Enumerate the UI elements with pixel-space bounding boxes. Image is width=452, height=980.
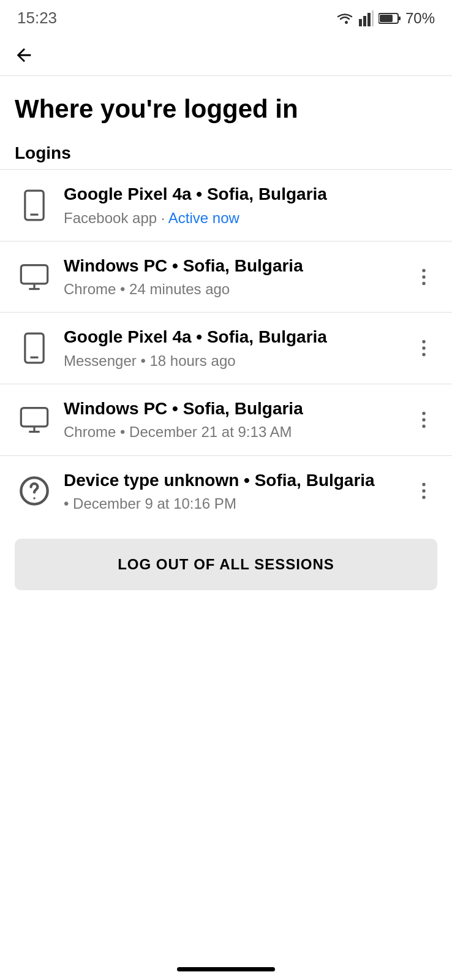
list-item: Windows PC • Sofia, Bulgaria Chrome • De… (0, 384, 452, 455)
login-app-time: Messenger • 18 hours ago (64, 351, 405, 370)
svg-point-28 (422, 483, 425, 486)
more-options-button[interactable] (410, 404, 437, 436)
svg-point-24 (422, 418, 425, 421)
svg-point-12 (422, 268, 425, 272)
unknown-device-icon (15, 475, 54, 507)
login-info: Device type unknown • Sofia, Bulgaria • … (64, 469, 405, 514)
login-app-time: Chrome • 24 minutes ago (64, 279, 405, 298)
back-button[interactable] (11, 42, 37, 68)
svg-point-30 (422, 496, 425, 499)
section-heading: Logins (0, 130, 452, 169)
more-options-button[interactable] (410, 475, 437, 507)
active-status: Active now (168, 210, 239, 226)
wifi-icon (336, 11, 354, 26)
svg-point-13 (422, 275, 425, 278)
svg-point-29 (422, 490, 425, 493)
login-list: Google Pixel 4a • Sofia, Bulgaria Facebo… (0, 169, 452, 526)
desktop-icon (15, 404, 54, 436)
more-vertical-icon (413, 266, 435, 288)
battery-level: 70% (405, 10, 435, 27)
device-phone-icon (18, 332, 50, 364)
back-arrow-icon (13, 45, 34, 66)
list-item: Device type unknown • Sofia, Bulgaria • … (0, 455, 452, 527)
more-options-button[interactable] (410, 332, 437, 364)
home-indicator (177, 967, 275, 971)
svg-rect-20 (21, 408, 47, 426)
status-bar: 15:23 70% (0, 0, 452, 34)
login-app-time: • December 9 at 10:16 PM (64, 494, 405, 513)
phone-icon (15, 189, 54, 221)
back-row (0, 34, 452, 76)
signal-icon (359, 10, 374, 26)
svg-point-19 (422, 353, 425, 356)
phone-icon (15, 332, 54, 364)
desktop-icon (15, 261, 54, 293)
svg-point-14 (422, 281, 425, 284)
more-vertical-icon (413, 337, 435, 359)
login-info: Windows PC • Sofia, Bulgaria Chrome • 24… (64, 255, 405, 299)
device-desktop-icon (18, 261, 50, 293)
login-device-location: Google Pixel 4a • Sofia, Bulgaria (64, 183, 437, 205)
login-device-location: Device type unknown • Sofia, Bulgaria (64, 469, 405, 492)
logout-all-sessions-button[interactable]: LOG OUT OF ALL SESSIONS (15, 539, 437, 590)
more-vertical-icon (413, 409, 435, 431)
login-info: Google Pixel 4a • Sofia, Bulgaria Facebo… (64, 183, 437, 227)
status-time: 15:23 (17, 9, 57, 28)
login-device-location: Windows PC • Sofia, Bulgaria (64, 398, 405, 420)
svg-point-27 (33, 498, 35, 499)
status-icons: 70% (336, 10, 435, 27)
svg-rect-2 (367, 13, 371, 26)
svg-point-23 (422, 412, 425, 415)
more-vertical-icon (413, 480, 435, 502)
svg-rect-0 (359, 19, 362, 26)
login-device-location: Google Pixel 4a • Sofia, Bulgaria (64, 326, 405, 348)
device-phone-icon (18, 189, 50, 221)
svg-point-18 (422, 347, 425, 350)
device-desktop-icon (18, 404, 50, 436)
svg-rect-6 (380, 15, 393, 22)
logout-section: LOG OUT OF ALL SESSIONS (0, 526, 452, 609)
svg-point-25 (422, 425, 425, 428)
more-options-button[interactable] (410, 261, 437, 293)
svg-rect-3 (372, 10, 374, 26)
login-device-location: Windows PC • Sofia, Bulgaria (64, 255, 405, 277)
svg-rect-1 (363, 16, 366, 26)
login-app-time: Chrome • December 21 at 9:13 AM (64, 422, 405, 441)
login-info: Windows PC • Sofia, Bulgaria Chrome • De… (64, 398, 405, 442)
svg-point-17 (422, 340, 425, 343)
login-info: Google Pixel 4a • Sofia, Bulgaria Messen… (64, 326, 405, 370)
battery-icon (379, 12, 401, 25)
list-item: Google Pixel 4a • Sofia, Bulgaria Messen… (0, 312, 452, 384)
login-app-status: Facebook app · Active now (64, 208, 437, 227)
device-unknown-icon (18, 475, 50, 507)
page-title: Where you're logged in (0, 76, 452, 130)
svg-rect-5 (398, 17, 401, 20)
list-item: Windows PC • Sofia, Bulgaria Chrome • 24… (0, 241, 452, 313)
svg-rect-9 (21, 265, 47, 283)
list-item: Google Pixel 4a • Sofia, Bulgaria Facebo… (0, 169, 452, 241)
